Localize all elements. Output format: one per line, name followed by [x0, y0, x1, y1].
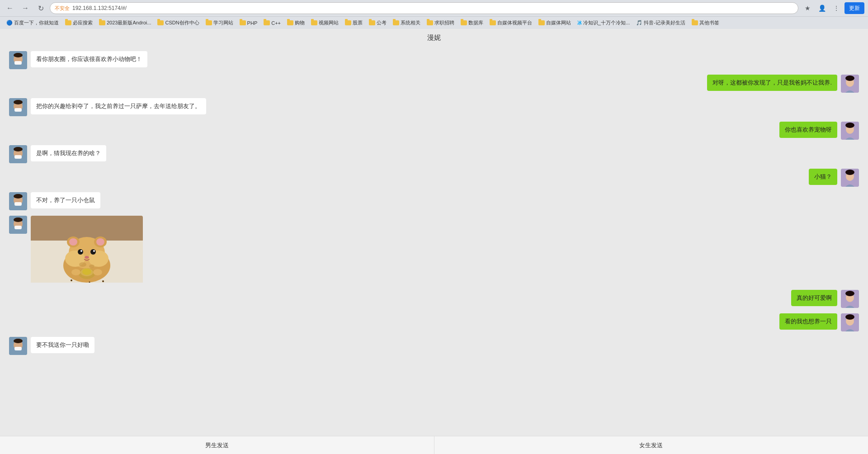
browser-chrome: ← → ↻ 不安全 192.168.1.132:5174/#/ ★ 👤 ⋮ 更新… [0, 0, 868, 29]
folder-icon [461, 20, 467, 25]
bookmark-shopping[interactable]: 购物 [284, 18, 307, 28]
bookmark-csdn[interactable]: CSDN创作中心 [155, 18, 202, 28]
message-text: 看你朋友圈，你应该很喜欢养小动物吧！ [36, 56, 142, 62]
folder-icon [206, 20, 212, 25]
message-bubble: 对呀，这都被你发现了，只是我爸妈不让我养. [707, 75, 837, 91]
bookmark-other[interactable]: 其他书签 [689, 18, 722, 28]
address-bar[interactable]: 不安全 192.168.1.132:5174/#/ [50, 2, 798, 14]
back-button[interactable]: ← [4, 2, 16, 14]
forward-button[interactable]: → [19, 2, 32, 14]
message-text: 对呀，这都被你发现了，只是我爸妈不让我养. [712, 79, 832, 86]
bookmark-media-site[interactable]: 自媒体网站 [536, 18, 574, 28]
bookmark-stock[interactable]: 股票 [342, 18, 365, 28]
svg-rect-24 [14, 202, 22, 206]
bookmark-label: 公考 [377, 19, 387, 26]
avatar [9, 337, 27, 355]
message-text: 你也喜欢养宠物呀 [785, 126, 832, 133]
svg-point-2 [14, 53, 23, 57]
female-send-button[interactable]: 女生发送 [434, 436, 868, 454]
bookmark-label: 求职招聘 [434, 19, 454, 26]
bookmark-cpp[interactable]: C++ [261, 18, 283, 28]
folder-icon [264, 20, 270, 25]
bookmark-label: 视频网站 [319, 19, 339, 26]
chat-container: 漫妮 看你朋友圈，你应该很喜欢养小动物吧！ [0, 29, 868, 454]
update-button[interactable]: 更新 [844, 2, 864, 14]
svg-point-40 [78, 249, 83, 255]
bookmark-db[interactable]: 数据库 [458, 18, 486, 28]
message-text: 真的好可爱啊 [797, 294, 832, 301]
svg-point-47 [71, 269, 80, 275]
message-row: 是啊，猜我现在养的啥？ [9, 145, 859, 163]
baidu-icon: 🔵 [6, 20, 13, 26]
bookmark-bing[interactable]: 必应搜索 [62, 18, 95, 28]
profile-button[interactable]: 👤 [816, 2, 828, 14]
bookmark-label: 百度一下，你就知道 [14, 19, 59, 26]
avatar [841, 169, 859, 187]
bookmark-label: 2023最新版Androi... [107, 19, 151, 26]
avatar [841, 122, 859, 140]
reload-button[interactable]: ↻ [34, 2, 47, 14]
svg-point-57 [845, 291, 854, 296]
message-text: 不对，养了一只小仓鼠 [36, 197, 95, 203]
svg-point-49 [79, 262, 86, 267]
svg-point-16 [14, 147, 23, 151]
message-row: 把你的兴趣给剥夺了，我之前养过一只萨摩，去年送给朋友了。 [9, 98, 859, 116]
avatar [841, 313, 859, 331]
folder-icon [240, 20, 246, 25]
avatar [9, 216, 27, 234]
svg-point-37 [69, 238, 77, 246]
message-row: 看你朋友圈，你应该很喜欢养小动物吧！ [9, 51, 859, 69]
bookmark-video[interactable]: 视频网站 [308, 18, 341, 28]
bookmark-label: 股票 [353, 19, 363, 26]
cold-icon: 冰 [577, 20, 582, 26]
bookmark-learning[interactable]: 学习网站 [203, 18, 236, 28]
folder-icon [538, 20, 545, 25]
bookmark-jobs[interactable]: 求职招聘 [424, 18, 457, 28]
bookmark-button[interactable]: ★ [801, 2, 814, 14]
bookmark-label: 系统相关 [401, 19, 420, 26]
avatar-image [9, 51, 27, 69]
folder-icon [393, 20, 399, 25]
bookmark-baidulink[interactable]: 🔵 百度一下，你就知道 [4, 18, 61, 28]
bookmark-system[interactable]: 系统相关 [390, 18, 423, 28]
folder-icon [345, 20, 351, 25]
bookmark-media-video[interactable]: 自媒体视频平台 [487, 18, 535, 28]
svg-rect-64 [14, 347, 22, 350]
male-send-button[interactable]: 男生发送 [0, 436, 434, 454]
message-row: 看的我也想养一只 [9, 313, 859, 331]
svg-rect-10 [14, 108, 22, 112]
bookmark-label: 自媒体视频平台 [497, 19, 532, 26]
bookmark-android[interactable]: 2023最新版Androi... [96, 18, 154, 28]
url-text: 192.168.1.132:5174/#/ [72, 5, 127, 11]
bookmark-label: 购物 [295, 19, 305, 26]
chat-messages[interactable]: 看你朋友圈，你应该很喜欢养小动物吧！ 对呀，这都被你发现了，只是我爸妈不让我养. [0, 47, 868, 436]
svg-point-20 [845, 170, 854, 175]
bookmarks-bar: 🔵 百度一下，你就知道 必应搜索 2023最新版Androi... CSDN创作… [0, 16, 868, 29]
folder-icon [65, 20, 71, 25]
hamster-svg [31, 216, 143, 283]
folder-icon [369, 20, 375, 25]
message-text: 小猫？ [814, 173, 832, 180]
svg-point-9 [14, 100, 23, 104]
message-bubble: 看你朋友圈，你应该很喜欢养小动物吧！ [31, 51, 147, 67]
message-bubble: 不对，养了一只小仓鼠 [31, 192, 100, 208]
bookmark-label: 抖音-记录美好生活 [644, 19, 685, 26]
message-row: 不对，养了一只小仓鼠 [9, 192, 859, 210]
browser-actions: ★ 👤 ⋮ 更新 [801, 2, 864, 14]
bookmark-php[interactable]: PHP [237, 18, 260, 28]
bookmark-douyin[interactable]: 🎵 抖音-记录美好生活 [633, 18, 688, 28]
menu-button[interactable]: ⋮ [830, 2, 843, 14]
message-bubble: 小猫？ [809, 169, 837, 185]
svg-point-51 [82, 269, 91, 275]
message-text: 是啊，猜我现在养的啥？ [36, 150, 101, 156]
avatar [9, 145, 27, 163]
avatar [9, 98, 27, 116]
bookmark-cold[interactable]: 冰 冷知识_十万个冷知... [575, 18, 632, 28]
message-bubble: 把你的兴趣给剥夺了，我之前养过一只萨摩，去年送给朋友了。 [31, 98, 206, 114]
folder-icon [99, 20, 105, 25]
svg-point-42 [80, 250, 82, 252]
folder-icon [311, 20, 317, 25]
bookmark-exam[interactable]: 公考 [366, 18, 389, 28]
svg-rect-3 [14, 61, 22, 65]
avatar [841, 290, 859, 308]
